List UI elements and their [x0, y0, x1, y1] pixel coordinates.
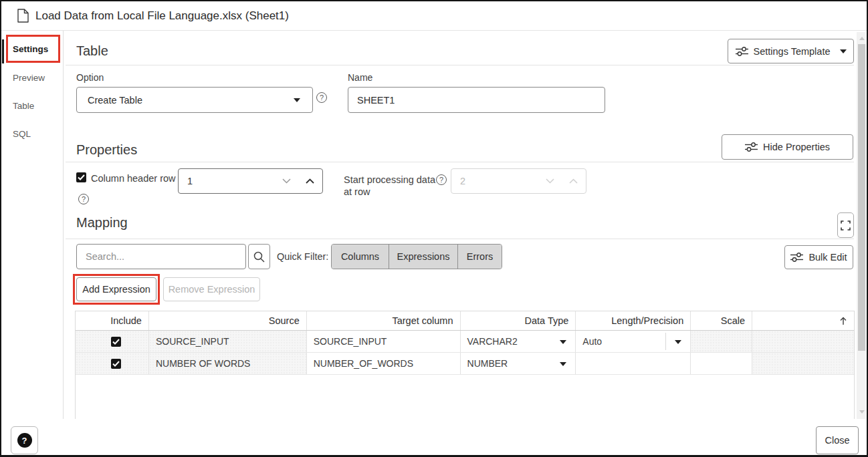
chevron-down-icon[interactable] [560, 362, 566, 366]
spinner-up-icon[interactable] [306, 178, 314, 184]
settings-template-label: Settings Template [754, 46, 831, 57]
start-processing-help-icon[interactable]: ? [436, 174, 447, 185]
column-header-row-help-icon[interactable]: ? [78, 194, 89, 204]
search-input[interactable] [77, 245, 245, 269]
check-icon [78, 174, 85, 180]
option-label: Option [76, 72, 104, 83]
sidebar-item-sql[interactable]: SQL [13, 129, 31, 139]
dialog-title: Load Data from Local File Language.xlsx … [35, 9, 289, 23]
remove-expression-label: Remove Expression [169, 284, 255, 295]
quick-filter-columns[interactable]: Columns [332, 245, 389, 269]
row1-include-checkbox[interactable] [111, 337, 121, 347]
close-label: Close [825, 435, 849, 446]
scrollbar-down-arrow[interactable] [859, 410, 865, 414]
grid-header-target-column[interactable]: Target column [307, 311, 461, 330]
search-icon [253, 251, 265, 263]
quick-filter-expressions[interactable]: Expressions [389, 245, 457, 269]
quick-filter-errors[interactable]: Errors [457, 245, 502, 269]
chevron-down-icon[interactable] [675, 340, 681, 344]
sliders-icon [745, 142, 758, 152]
spinner-value: 1 [179, 176, 282, 186]
option-select[interactable]: Create Table [76, 87, 313, 113]
scrollbar-thumb[interactable] [858, 44, 865, 351]
row2-target-cell[interactable]: NUMBER_OF_WORDS [307, 353, 461, 374]
row2-include-cell [76, 353, 149, 374]
mapping-section-divider [66, 239, 854, 239]
name-input-box [348, 87, 605, 113]
hide-properties-label: Hide Properties [763, 142, 830, 152]
cell-divider [665, 333, 666, 350]
remove-expression-button: Remove Expression [163, 277, 260, 301]
mapping-grid: Include Source Target column Data Type L… [75, 311, 855, 419]
sliders-icon [790, 253, 803, 262]
grid-header-include[interactable]: Include [76, 311, 149, 330]
row1-length-cell[interactable]: Auto [576, 331, 691, 352]
row1-scale-cell [691, 331, 752, 352]
option-help-icon[interactable]: ? [316, 92, 327, 103]
column-header-row-checkbox[interactable] [76, 172, 86, 182]
row1-include-cell [76, 331, 149, 352]
table-section-divider [66, 65, 854, 65]
grid-header-row: Include Source Target column Data Type L… [76, 311, 854, 331]
sidebar-item-preview[interactable]: Preview [13, 73, 45, 83]
annotation-box-settings [6, 35, 60, 63]
start-processing-label: Start processing data at row [344, 174, 435, 198]
table-section-heading: Table [76, 43, 108, 59]
row2-data-type-cell[interactable]: NUMBER [461, 353, 576, 374]
chevron-down-icon [840, 49, 847, 53]
quick-filter-group: Columns Expressions Errors [331, 244, 502, 269]
search-box [76, 244, 246, 269]
row2-length-cell[interactable] [576, 353, 691, 374]
help-button[interactable]: ? [11, 426, 38, 454]
maximize-button[interactable] [837, 212, 854, 238]
row1-data-type-value: VARCHAR2 [467, 336, 518, 347]
start-processing-label-line2: at row [344, 186, 370, 197]
search-button[interactable] [248, 244, 270, 269]
quick-filter-label: Quick Filter: [277, 251, 328, 262]
row2-scale-cell[interactable] [691, 353, 752, 374]
row2-data-type-value: NUMBER [467, 358, 508, 369]
row1-length-value: Auto [582, 336, 690, 347]
settings-template-button[interactable]: Settings Template [728, 39, 854, 63]
row1-extra-cell [752, 331, 854, 352]
scrollbar-up-arrow[interactable] [859, 37, 865, 40]
grid-header-length-precision[interactable]: Length/Precision [576, 311, 691, 330]
bulk-edit-label: Bulk Edit [808, 252, 847, 263]
spinner-down-icon[interactable] [282, 178, 291, 184]
row2-extra-cell [752, 353, 854, 374]
grid-header-scale[interactable]: Scale [691, 311, 752, 330]
name-input[interactable] [348, 88, 605, 112]
sidebar-item-table[interactable]: Table [13, 101, 34, 111]
row2-include-checkbox[interactable] [111, 359, 121, 369]
load-data-dialog: Load Data from Local File Language.xlsx … [0, 0, 868, 457]
column-header-row-spinner[interactable]: 1 [178, 168, 323, 194]
active-tab-indicator [2, 39, 4, 63]
hide-properties-button[interactable]: Hide Properties [722, 134, 853, 160]
name-label: Name [348, 72, 372, 83]
properties-section-heading: Properties [76, 142, 137, 158]
row1-data-type-cell[interactable]: VARCHAR2 [461, 331, 576, 352]
option-value: Create Table [77, 95, 294, 106]
row2-source-cell: NUMBER OF WORDS [149, 353, 307, 374]
start-processing-spinner: 2 [451, 168, 586, 194]
help-icon: ? [17, 433, 32, 448]
close-button[interactable]: Close [816, 426, 859, 454]
sliders-icon [736, 47, 748, 56]
sort-ascending-icon [839, 316, 847, 326]
title-bar: Load Data from Local File Language.xlsx … [1, 1, 867, 31]
grid-row-1: SOURCE_INPUT SOURCE_INPUT VARCHAR2 Auto [76, 331, 854, 353]
grid-row-2: NUMBER OF WORDS NUMBER_OF_WORDS NUMBER [76, 353, 854, 375]
bulk-edit-button[interactable]: Bulk Edit [784, 245, 853, 269]
grid-header-sort[interactable] [752, 311, 854, 330]
chevron-down-icon [294, 98, 300, 102]
row1-target-cell[interactable]: SOURCE_INPUT [307, 331, 461, 352]
properties-section-divider [66, 162, 854, 162]
annotation-box-add-expression [73, 274, 160, 305]
vertical-scrollbar[interactable] [857, 32, 866, 419]
grid-header-data-type[interactable]: Data Type [461, 311, 576, 330]
maximize-icon [841, 220, 851, 231]
grid-header-source[interactable]: Source [149, 311, 307, 330]
mapping-section-heading: Mapping [76, 215, 128, 231]
spinner-up-icon [569, 178, 578, 184]
chevron-down-icon[interactable] [560, 340, 566, 344]
